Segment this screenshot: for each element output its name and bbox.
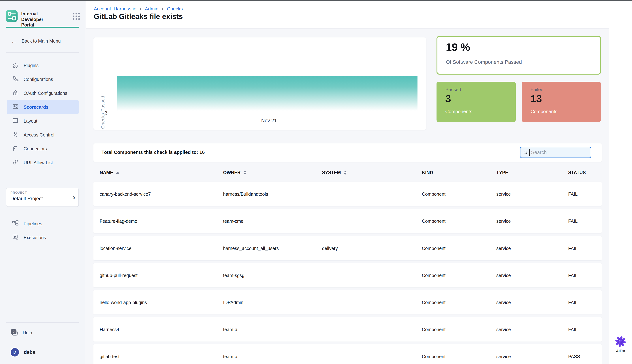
nav-label: URL Allow List <box>24 160 53 165</box>
breadcrumb-checks[interactable]: Checks <box>167 6 183 12</box>
table-row[interactable]: Feature-flag-demo team-cme Component ser… <box>93 209 602 233</box>
sidebar-item-access-control[interactable]: Access Control <box>7 128 79 142</box>
sidebar-item-configurations[interactable]: Configurations <box>7 72 79 86</box>
back-to-main-menu[interactable]: ← Back to Main Menu <box>11 36 61 45</box>
chevron-right-icon: › <box>73 194 75 201</box>
passed-label: Passed <box>445 87 461 92</box>
sidebar-item-oauth-configurations[interactable]: OAuth Configurations <box>7 86 79 100</box>
table-row[interactable]: gitlab-test team-a Component service PAS… <box>93 344 602 364</box>
passed-caption: Components <box>445 109 472 114</box>
breadcrumb: Account: Harness.io › Admin › Checks <box>94 6 183 12</box>
help-chat-icon: ? <box>11 329 18 336</box>
cell-type: service <box>496 246 511 251</box>
cell-type: service <box>496 191 511 196</box>
cell-owner: team-a <box>223 327 237 332</box>
column-header-owner[interactable]: OWNER <box>223 170 246 175</box>
column-header-status: STATUS <box>568 170 586 175</box>
search-icon <box>523 150 528 155</box>
components-summary-text: Total Components this check is applied t… <box>102 150 205 155</box>
search-box[interactable] <box>520 147 591 158</box>
play-icon <box>12 234 19 242</box>
table-row[interactable]: Harness4 team-a Component service FAIL <box>93 317 602 342</box>
cell-owner: harness_account_all_users <box>223 246 279 251</box>
cell-name: Harness4 <box>100 327 119 332</box>
cell-status: PASS <box>568 354 580 359</box>
breadcrumb-admin[interactable]: Admin <box>145 6 158 12</box>
breadcrumb-account[interactable]: Account: Harness.io <box>94 6 136 12</box>
chart-area-series <box>117 76 418 112</box>
puzzle-icon <box>12 62 19 70</box>
cell-status: FAIL <box>568 300 577 305</box>
checks-passed-chart: Checks Passed 3 Nov 21 <box>93 38 426 130</box>
page-title: GitLab Gitleaks file exists <box>94 12 183 21</box>
back-label: Back to Main Menu <box>22 38 61 44</box>
project-value: Default Project <box>11 196 74 202</box>
sidebar-bottom-divider <box>6 322 79 323</box>
table-row[interactable]: canary-backend-service7 harness/Buildand… <box>93 182 602 206</box>
sidebar-item-layout[interactable]: Layout <box>7 114 79 128</box>
cell-status: FAIL <box>568 327 577 332</box>
column-label: NAME <box>100 170 113 175</box>
nav-label: OAuth Configurations <box>24 91 67 96</box>
nav-label: Scorecards <box>24 104 49 110</box>
cell-owner: team-sgsg <box>223 273 244 278</box>
cell-status: FAIL <box>568 246 577 251</box>
text-caret <box>529 149 530 156</box>
column-label: OWNER <box>223 170 241 175</box>
percent-passed-value: 19 % <box>446 41 470 53</box>
sort-icon <box>244 171 246 175</box>
project-selector[interactable]: PROJECT Default Project › <box>6 188 79 207</box>
column-label: KIND <box>422 170 433 175</box>
sidebar-project-nav: Pipelines Executions <box>7 217 79 244</box>
sidebar-divider <box>6 52 79 53</box>
cell-kind: Component <box>422 273 445 278</box>
cell-kind: Component <box>422 354 445 359</box>
table-row[interactable]: github-pull-request team-sgsg Component … <box>93 263 602 288</box>
column-header-kind: KIND <box>422 170 433 175</box>
percent-passed-caption: Of Software Components Passed <box>446 59 522 65</box>
cell-kind: Component <box>422 218 445 224</box>
table-header-row: NAME OWNER SYSTEM KIND TYPE STATUS <box>93 170 602 178</box>
app-grid-icon[interactable] <box>73 13 80 20</box>
passed-components-card: Passed 3 Components <box>437 82 516 122</box>
help-button[interactable]: ? Help <box>11 326 32 340</box>
column-header-name[interactable]: NAME <box>100 170 119 175</box>
cell-name: gitlab-test <box>100 354 119 359</box>
sidebar-item-url-allow-list[interactable]: URL Allow List <box>7 156 79 170</box>
cell-name: canary-backend-service7 <box>100 191 151 196</box>
nav-label: Connectors <box>24 146 47 152</box>
cell-type: service <box>496 300 511 305</box>
pipeline-icon <box>12 220 19 228</box>
cell-kind: Component <box>422 246 445 251</box>
percent-passed-card: 19 % Of Software Components Passed <box>437 36 601 74</box>
table-row[interactable]: location-service harness_account_all_use… <box>93 236 602 260</box>
sidebar-item-pipelines[interactable]: Pipelines <box>7 217 79 230</box>
cell-status: FAIL <box>568 273 577 278</box>
sidebar-item-executions[interactable]: Executions <box>7 230 79 244</box>
chart-x-tick: Nov 21 <box>254 118 284 124</box>
column-header-system[interactable]: SYSTEM <box>322 170 347 175</box>
failed-value: 13 <box>530 93 542 104</box>
sidebar-item-plugins[interactable]: Plugins <box>7 58 79 72</box>
back-arrow-icon: ← <box>11 38 18 44</box>
aida-label: AIDA <box>609 349 632 354</box>
sidebar-item-scorecards[interactable]: Scorecards <box>7 100 79 114</box>
user-menu[interactable]: D deba <box>11 345 35 359</box>
nav-label: Access Control <box>24 132 54 138</box>
idp-logo-icon <box>6 10 18 22</box>
cell-status: FAIL <box>568 218 577 224</box>
search-input[interactable] <box>531 150 588 155</box>
chart-y-tick: 3 <box>105 110 108 116</box>
column-label: TYPE <box>496 170 508 175</box>
cell-name: location-service <box>100 246 132 251</box>
cell-name: github-pull-request <box>100 273 138 278</box>
table-row[interactable]: hello-world-app-plugins IDPAdmin Compone… <box>93 290 602 314</box>
aida-assistant-button[interactable]: AIDA <box>609 336 632 354</box>
sort-asc-icon <box>116 172 119 174</box>
components-summary-bar: Total Components this check is applied t… <box>93 144 602 162</box>
app-header: Internal Developer Portal <box>6 10 80 28</box>
aida-flower-icon <box>615 336 626 347</box>
sidebar-item-connectors[interactable]: Connectors <box>7 142 79 156</box>
cell-type: service <box>496 218 511 224</box>
cell-name: hello-world-app-plugins <box>100 300 147 305</box>
